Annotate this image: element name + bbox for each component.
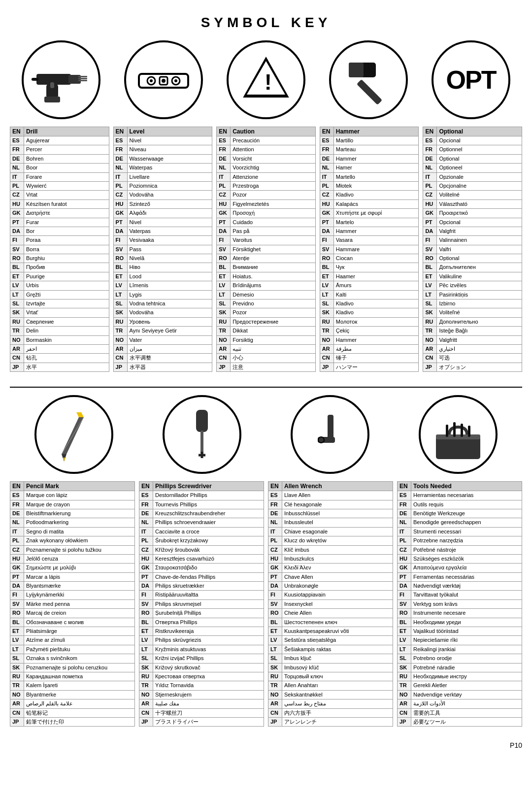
table-row: ETRistkruvikeeraja (139, 627, 264, 636)
lang-code: BL (10, 618, 24, 627)
table-row: SVInsexnyckel (268, 599, 393, 608)
table-row: BLЧук (320, 263, 419, 272)
allen-table-header-code: EN (268, 482, 282, 491)
table-row: CZVodováha (113, 191, 212, 199)
table-row: SLIzvrtajte (10, 299, 109, 308)
caution-table-header-label: Caution (231, 127, 316, 136)
lang-label: Pass (127, 245, 212, 254)
table-row: TRKalem İşareti (10, 681, 135, 690)
svg-rect-39 (461, 424, 463, 437)
lang-label: Imbusový kľúč (282, 663, 393, 672)
lang-label: Blyantmerke (24, 690, 135, 699)
lang-label: Delin (24, 327, 109, 335)
table-row: ETVajalikud tööriistad (398, 627, 522, 636)
lang-label: 内六方扳手 (282, 708, 393, 717)
lang-label: Furar (24, 218, 109, 227)
lang-code: SK (217, 308, 231, 317)
lang-code: GK (10, 564, 24, 572)
table-row: CZPotřebné nástroje (398, 545, 522, 554)
table-row: ARاحفر (10, 344, 109, 353)
lang-code: HU (10, 199, 24, 208)
lang-label: Нiво (127, 263, 212, 272)
lang-code: IT (423, 172, 437, 181)
lang-code: CN (113, 354, 127, 363)
lang-code: DA (423, 227, 437, 235)
tools-table-header-label: Tools Needed (411, 482, 522, 491)
lang-label: Niveau (127, 145, 212, 154)
lang-code: FR (423, 145, 437, 154)
lang-label: Poziomnica (127, 181, 212, 190)
table-row: CZVrtat (10, 191, 109, 199)
drill-table-header-code: EN (10, 127, 24, 136)
lang-code: CZ (320, 191, 333, 199)
lang-label: Nødvendigt værktøj (411, 582, 522, 591)
lang-code: PT (10, 218, 24, 227)
table-row: CN水平调整 (113, 354, 212, 363)
table-row: NONødvendige verktøy (398, 690, 522, 699)
lang-label: Nepieciešamie rīki (411, 636, 522, 645)
lang-code: SK (268, 663, 282, 672)
lang-label: Дополнительно (437, 317, 522, 326)
table-row: LVPēc izvēles (423, 281, 522, 290)
table-row: DABor (10, 227, 109, 235)
lang-label: Poznamenajte si polohu ceruzkou (24, 663, 135, 672)
table-row: SLVodna tehtnica (113, 299, 212, 308)
lang-code: NO (10, 690, 24, 699)
lang-label: Attention (231, 145, 316, 154)
lang-label: Карандашная пометка (24, 672, 135, 681)
table-row: NLPotloodmarkering (10, 518, 135, 527)
table-row: FRNiveau (113, 145, 212, 154)
lang-code: RU (10, 672, 24, 681)
lang-code: IT (139, 527, 153, 536)
lang-label: Waterpas (127, 164, 212, 172)
allen-table: EN Allen Wrench ESLlave AllenFRClé hexag… (268, 481, 393, 727)
lang-label: الأدوات اللازمة (411, 699, 522, 708)
lang-code: GK (423, 209, 437, 218)
table-row: PLZnak wykonany ołówkiem (10, 536, 135, 545)
lang-label: Znak wykonany ołówkiem (24, 536, 135, 545)
table-row: NOValgfritt (423, 335, 522, 344)
table-row: PTFerramentas necessárias (398, 572, 522, 581)
lang-code: RU (320, 317, 333, 326)
lang-code: SL (268, 654, 282, 663)
table-row: DEKreuzschlitzschraubendreher (139, 509, 264, 518)
table-row: LVUrbis (10, 281, 109, 290)
lang-label: Hammer (333, 227, 419, 235)
svg-rect-36 (436, 434, 480, 439)
lang-label: Herramientas necesarias (411, 491, 522, 500)
table-row: SLImbus ključ (268, 654, 393, 663)
svg-marker-6 (32, 78, 33, 81)
lang-code: JP (10, 717, 24, 726)
table-row: ITOpzionale (423, 172, 522, 181)
lang-code: TR (268, 681, 282, 690)
table-row: CZVolitelné (423, 191, 522, 199)
lang-label: Insexnyckel (282, 599, 393, 608)
lang-label: 鉛筆で付けた印 (24, 717, 135, 726)
lang-code: SK (423, 308, 437, 317)
lang-code: ES (320, 136, 333, 145)
lang-label: 可选 (437, 354, 522, 363)
table-row: SVMärke med penna (10, 599, 135, 608)
lang-code: JP (10, 363, 24, 371)
lang-label: Šešiakampis raktas (282, 645, 393, 654)
lang-label: Blyantsmærke (24, 582, 135, 591)
lang-code: AR (398, 699, 411, 708)
lang-label: Burghiu (24, 254, 109, 263)
lang-code: LT (139, 645, 153, 654)
drill-table-header-label: Drill (24, 127, 109, 136)
lang-code: DE (10, 154, 24, 163)
lang-label: Segno di matita (24, 527, 135, 536)
table-row: JPハンマー (320, 363, 419, 371)
lang-label: Vodováha (127, 308, 212, 317)
table-row: CZPozor (217, 191, 316, 199)
lang-code: NO (217, 335, 231, 344)
lang-label: Nivelă (127, 254, 212, 263)
table-row: PTMarcar a lápis (10, 572, 135, 581)
lang-code: IT (398, 527, 411, 536)
table-row: DAUnbrakonøgle (268, 582, 393, 591)
lang-code: TR (423, 327, 437, 335)
lang-label: Yıldız Tornavida (153, 681, 264, 690)
lang-code: JP (113, 363, 127, 371)
lang-label: Pliiatsimärge (24, 627, 135, 636)
lang-label: Ferramentas necessárias (411, 572, 522, 581)
